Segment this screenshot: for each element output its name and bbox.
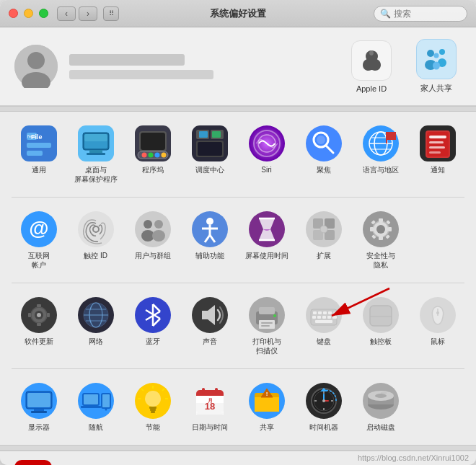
general-icon: File New: [20, 125, 58, 162]
touch-id-icon-item[interactable]: 触控 ID: [69, 208, 123, 273]
svg-point-85: [376, 225, 385, 234]
search-box[interactable]: 🔍: [374, 6, 467, 22]
software-update-label: 软件更新: [25, 337, 53, 346]
time-machine-icon-item[interactable]: 时间机器: [296, 379, 351, 435]
accessibility-label: 辅助功能: [195, 251, 224, 260]
family-sharing-icon-box: [416, 39, 457, 79]
sidecar-icon: [77, 382, 115, 420]
notifications-icon-item[interactable]: 通知: [410, 122, 464, 187]
network-label: 网络: [89, 337, 103, 346]
svg-rect-158: [151, 411, 155, 413]
svg-point-27: [154, 153, 159, 158]
avatar[interactable]: [14, 45, 58, 88]
svg-rect-130: [312, 316, 316, 319]
keyboard-icon-item[interactable]: 键盘: [296, 293, 351, 358]
svg-point-155: [145, 391, 161, 407]
nav-buttons: ‹ ›: [57, 6, 97, 21]
svg-point-7: [434, 53, 439, 58]
date-time-label: 日期与时间: [192, 422, 228, 432]
section-divider-2: [0, 445, 476, 451]
desktop-screensaver-icon-item[interactable]: 桌面与 屏幕保护程序: [69, 122, 123, 187]
search-input[interactable]: [394, 9, 459, 19]
svg-rect-131: [317, 316, 321, 319]
energy-saver-label: 节能: [146, 422, 160, 432]
flash-player-icon: ƒ: [14, 460, 52, 465]
siri-icon-item[interactable]: Siri: [239, 122, 294, 187]
sharing-icon: !: [248, 382, 286, 420]
profile-email: [69, 70, 213, 79]
svg-point-25: [141, 153, 146, 158]
minimize-button[interactable]: [24, 9, 33, 18]
svg-point-101: [37, 313, 41, 317]
svg-point-42: [317, 136, 325, 144]
close-button[interactable]: [9, 9, 18, 18]
dock-icon-item[interactable]: 程序坞: [125, 122, 180, 187]
row3-section: 软件更新 网络: [0, 283, 476, 368]
svg-rect-35: [212, 131, 221, 138]
bluetooth-icon-item[interactable]: 蓝牙: [125, 293, 180, 358]
sound-icon-item[interactable]: 声音: [182, 293, 237, 358]
startup-disk-icon: [362, 382, 400, 420]
svg-point-193: [375, 394, 387, 398]
svg-rect-11: [27, 143, 51, 148]
network-icon: [77, 296, 115, 334]
profile-name: [69, 54, 185, 66]
row1-grid: File New 通用: [12, 122, 464, 187]
internet-accounts-icon-item[interactable]: @ 互联网 帐户: [12, 208, 66, 273]
printers-scanners-label: 打印机与 扫描仪: [252, 337, 281, 355]
window-title: 系统偏好设置: [210, 7, 266, 20]
general-label: 通用: [32, 165, 46, 174]
internet-accounts-label: 互联网 帐户: [28, 251, 50, 270]
svg-point-63: [144, 220, 152, 229]
spotlight-icon-item[interactable]: 聚焦: [296, 122, 351, 187]
svg-point-153: [105, 409, 107, 411]
users-groups-label: 用户与群组: [135, 251, 171, 260]
maximize-button[interactable]: [39, 9, 48, 18]
traffic-lights: [9, 9, 48, 18]
screen-time-icon-item[interactable]: 屏幕使用时间: [239, 208, 294, 273]
printers-scanners-icon: [248, 296, 286, 334]
energy-saver-icon-item[interactable]: 节能: [125, 379, 180, 435]
startup-disk-icon-item[interactable]: 启动磁盘: [353, 379, 407, 435]
svg-rect-167: [196, 412, 224, 415]
security-icon-item[interactable]: 安全性与 隐私: [353, 208, 407, 273]
svg-point-8: [433, 62, 440, 70]
startup-disk-label: 启动磁盘: [366, 422, 395, 432]
printers-scanners-icon-item[interactable]: 打印机与 扫描仪: [239, 293, 294, 358]
svg-rect-23: [141, 133, 165, 150]
trackpad-icon-item[interactable]: 触控板: [353, 293, 407, 358]
siri-label: Siri: [261, 165, 271, 174]
svg-rect-99: [28, 313, 31, 317]
date-time-icon-item[interactable]: 18 月 日期与时间: [182, 379, 237, 435]
svg-rect-146: [31, 411, 47, 413]
sidecar-icon-item[interactable]: 随航: [69, 379, 123, 435]
svg-rect-97: [37, 304, 41, 307]
flash-player-icon-item[interactable]: ƒ Flash Player: [12, 460, 55, 465]
svg-rect-18: [89, 150, 102, 153]
forward-button[interactable]: ›: [79, 6, 97, 21]
family-sharing-icon-item[interactable]: 家人共享: [411, 39, 462, 94]
grid-view-button[interactable]: ⠿: [103, 6, 119, 21]
displays-icon-item[interactable]: 显示器: [12, 379, 66, 435]
apple-id-icon-item[interactable]: Apple ID: [346, 40, 397, 93]
general-icon-item[interactable]: File New 通用: [12, 122, 66, 187]
svg-rect-57: [429, 151, 441, 154]
mission-control-icon-item[interactable]: 调度中心: [182, 122, 237, 187]
sharing-icon-item[interactable]: ! 共享: [239, 379, 294, 435]
svg-text:@: @: [29, 217, 48, 239]
network-icon-item[interactable]: 网络: [69, 293, 123, 358]
mouse-icon-item[interactable]: 鼠标: [410, 293, 464, 358]
svg-rect-20: [84, 134, 107, 141]
software-update-icon-item[interactable]: 软件更新: [12, 293, 66, 358]
screen-time-label: 屏幕使用时间: [245, 251, 288, 260]
users-groups-icon-item[interactable]: 用户与群组: [125, 208, 180, 273]
svg-rect-125: [313, 311, 317, 314]
extensions-icon-item[interactable]: 扩展: [296, 208, 351, 273]
sidecar-label: 随航: [89, 422, 103, 432]
notifications-icon: [419, 125, 457, 162]
back-button[interactable]: ‹: [57, 6, 76, 21]
accessibility-icon-item[interactable]: 辅助功能: [182, 208, 237, 273]
bottom-section: ƒ Flash Player: [0, 451, 476, 465]
svg-rect-129: [333, 311, 337, 314]
language-region-icon-item[interactable]: 语言与地区: [353, 122, 407, 187]
